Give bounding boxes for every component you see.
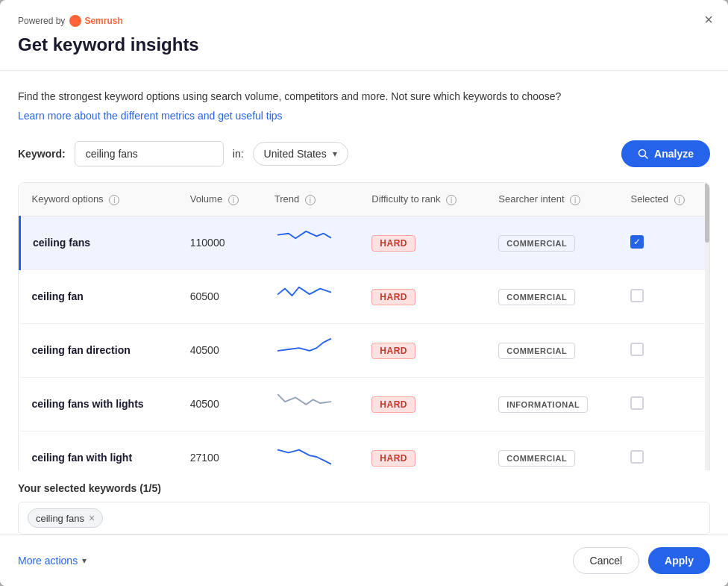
chevron-down-icon: ▾ bbox=[82, 555, 87, 566]
analyze-label: Analyze bbox=[654, 148, 694, 160]
description-text: Find the strongest keyword options using… bbox=[18, 89, 710, 105]
volume-cell: 40500 bbox=[178, 323, 263, 377]
difficulty-cell: HARD bbox=[360, 377, 486, 431]
table-row: ceiling fan direction 40500 HARD COMMERC… bbox=[20, 323, 710, 377]
keyword-tag: ceiling fans × bbox=[28, 508, 103, 528]
col-difficulty: Difficulty to rank i bbox=[360, 183, 486, 216]
selected-cell[interactable] bbox=[618, 216, 709, 269]
chevron-down-icon: ▾ bbox=[333, 149, 337, 159]
info-icon-difficulty[interactable]: i bbox=[446, 195, 456, 205]
volume-cell: 27100 bbox=[178, 431, 263, 470]
trend-chart bbox=[274, 227, 334, 257]
table-row: ceiling fans with lights 40500 HARD INFO… bbox=[20, 377, 710, 431]
intent-cell: INFORMATIONAL bbox=[486, 377, 618, 431]
apply-button[interactable]: Apply bbox=[648, 547, 710, 574]
row-checkbox[interactable] bbox=[630, 235, 644, 249]
modal-footer: More actions ▾ Cancel Apply bbox=[0, 534, 728, 586]
more-actions-button[interactable]: More actions ▾ bbox=[18, 555, 87, 567]
footer-right: Cancel Apply bbox=[573, 547, 710, 574]
trend-cell bbox=[263, 431, 360, 470]
keyword-table: Keyword options i Volume i Trend i bbox=[18, 182, 710, 470]
keyword-cell: ceiling fan with light bbox=[20, 431, 178, 470]
keyword-cell: ceiling fans bbox=[20, 216, 178, 269]
col-keyword-options: Keyword options i bbox=[20, 183, 178, 216]
col-trend: Trend i bbox=[263, 183, 360, 216]
difficulty-cell: HARD bbox=[360, 269, 486, 323]
info-icon-trend[interactable]: i bbox=[305, 195, 316, 205]
search-icon bbox=[638, 149, 648, 159]
info-icon-keyword[interactable]: i bbox=[109, 195, 119, 205]
keyword-label: Keyword: bbox=[18, 148, 66, 160]
col-volume: Volume i bbox=[178, 183, 263, 216]
info-icon-selected[interactable]: i bbox=[674, 195, 685, 205]
difficulty-cell: HARD bbox=[360, 216, 486, 269]
selected-cell[interactable] bbox=[618, 269, 709, 323]
learn-more-link[interactable]: Learn more about the different metrics a… bbox=[18, 110, 283, 122]
trend-cell bbox=[263, 216, 360, 269]
powered-by: Powered by Semrush bbox=[18, 15, 710, 27]
tag-label: ceiling fans bbox=[36, 513, 84, 524]
modal-title: Get keyword insights bbox=[18, 34, 710, 55]
intent-cell: COMMERCIAL bbox=[486, 323, 618, 377]
svg-line-1 bbox=[645, 155, 648, 158]
intent-cell: COMMERCIAL bbox=[486, 269, 618, 323]
selected-tags-container: ceiling fans × bbox=[18, 502, 710, 534]
keyword-cell: ceiling fan bbox=[20, 269, 178, 323]
trend-cell bbox=[263, 377, 360, 431]
modal-body: Find the strongest keyword options using… bbox=[0, 71, 728, 470]
modal-header: Powered by Semrush Get keyword insights … bbox=[0, 0, 728, 70]
modal-overlay: Powered by Semrush Get keyword insights … bbox=[0, 0, 728, 586]
country-select[interactable]: United States ▾ bbox=[253, 142, 348, 166]
semrush-brand: Semrush bbox=[84, 16, 122, 26]
scrollbar-thumb[interactable] bbox=[705, 183, 709, 243]
intent-cell: COMMERCIAL bbox=[486, 431, 618, 470]
semrush-logo: Semrush bbox=[69, 15, 122, 27]
analyze-button[interactable]: Analyze bbox=[621, 140, 710, 167]
table-row: ceiling fan with light 27100 HARD COMMER… bbox=[20, 431, 710, 470]
keyword-insights-modal: Powered by Semrush Get keyword insights … bbox=[0, 0, 728, 586]
table-row: ceiling fans 110000 HARD COMMERCIAL bbox=[20, 216, 710, 269]
cancel-button[interactable]: Cancel bbox=[573, 547, 640, 574]
volume-cell: 110000 bbox=[178, 216, 263, 269]
col-intent: Searcher intent i bbox=[486, 183, 618, 216]
difficulty-cell: HARD bbox=[360, 323, 486, 377]
trend-chart bbox=[274, 281, 334, 311]
volume-cell: 40500 bbox=[178, 377, 263, 431]
table-row: ceiling fan 60500 HARD COMMERCIAL bbox=[20, 269, 710, 323]
row-checkbox[interactable] bbox=[630, 289, 644, 302]
table-header-row: Keyword options i Volume i Trend i bbox=[20, 183, 710, 216]
scrollbar-track[interactable] bbox=[705, 183, 709, 470]
row-checkbox[interactable] bbox=[630, 343, 644, 356]
semrush-icon bbox=[69, 15, 81, 27]
intent-cell: COMMERCIAL bbox=[486, 216, 618, 269]
col-selected: Selected i bbox=[618, 183, 709, 216]
keyword-cell: ceiling fan direction bbox=[20, 323, 178, 377]
powered-by-text: Powered by bbox=[18, 16, 65, 26]
selected-cell[interactable] bbox=[618, 431, 709, 470]
trend-chart bbox=[274, 388, 334, 418]
trend-chart bbox=[274, 442, 334, 471]
row-checkbox[interactable] bbox=[630, 396, 644, 410]
trend-cell bbox=[263, 323, 360, 377]
search-row: Keyword: in: United States ▾ Analyze bbox=[18, 140, 710, 167]
selected-title: Your selected keywords (1/5) bbox=[18, 482, 710, 494]
selected-cell[interactable] bbox=[618, 377, 709, 431]
country-value: United States bbox=[264, 148, 327, 160]
info-icon-volume[interactable]: i bbox=[228, 195, 239, 205]
row-checkbox[interactable] bbox=[630, 450, 644, 464]
close-button[interactable]: × bbox=[704, 12, 713, 27]
tag-remove-button[interactable]: × bbox=[89, 513, 95, 523]
volume-cell: 60500 bbox=[178, 269, 263, 323]
keyword-results-table: Keyword options i Volume i Trend i bbox=[19, 183, 709, 470]
trend-cell bbox=[263, 269, 360, 323]
more-actions-label: More actions bbox=[18, 555, 78, 567]
keyword-input[interactable] bbox=[75, 141, 224, 166]
selected-cell[interactable] bbox=[618, 323, 709, 377]
difficulty-cell: HARD bbox=[360, 431, 486, 470]
in-label: in: bbox=[233, 148, 244, 160]
keyword-cell: ceiling fans with lights bbox=[20, 377, 178, 431]
trend-chart bbox=[274, 334, 334, 364]
selected-keywords-section: Your selected keywords (1/5) ceiling fan… bbox=[0, 470, 728, 534]
info-icon-intent[interactable]: i bbox=[570, 195, 580, 205]
